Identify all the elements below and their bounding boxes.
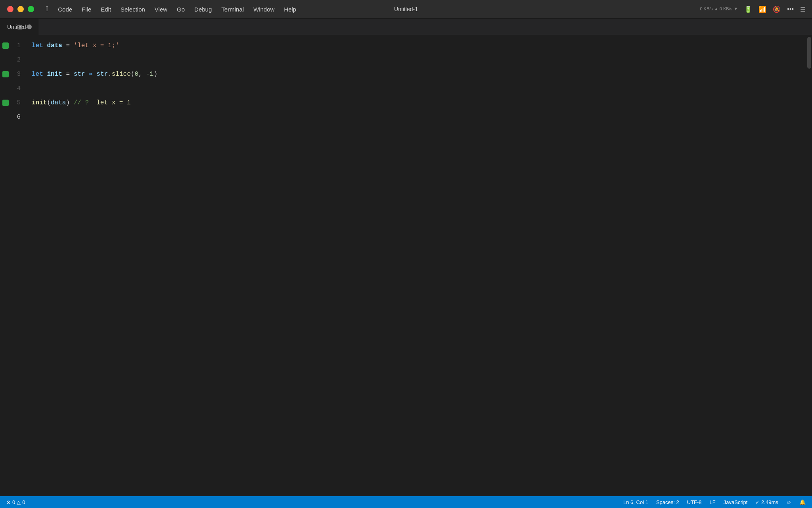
editor-container: Untitled-1 ⊞ 1 2 3 <box>0 19 812 496</box>
code-line-5: init(data) // ? let x = 1 <box>24 96 806 110</box>
gutter-line-5: 5 <box>0 96 22 110</box>
menu-selection[interactable]: Selection <box>117 4 149 14</box>
code-editor[interactable]: let data = 'let x = 1;' let init = str ⇒… <box>24 35 806 496</box>
network-info: 0 KB/s ▲ 0 KB/s ▼ <box>700 6 738 12</box>
scrollbar-thumb[interactable] <box>807 37 811 69</box>
menu-file[interactable]: File <box>78 4 95 14</box>
error-count[interactable]: ⊗ 0 △ 0 <box>6 499 25 505</box>
split-editor-icon[interactable]: ⊞ <box>17 23 22 31</box>
menu-window[interactable]: Window <box>249 4 278 14</box>
window-title: Untitled-1 <box>394 6 418 12</box>
breakpoint-5[interactable] <box>2 100 9 106</box>
menu-edit[interactable]: Edit <box>97 4 115 14</box>
editor-main[interactable]: 1 2 3 4 5 6 <box>0 35 812 496</box>
cursor-position[interactable]: Ln 6, Col 1 <box>623 499 648 505</box>
indentation[interactable]: Spaces: 2 <box>656 499 679 505</box>
apple-menu[interactable]:  <box>42 4 52 15</box>
line-numbers-gutter: 1 2 3 4 5 6 <box>0 35 24 496</box>
minimize-button[interactable] <box>17 6 24 12</box>
gutter-line-4: 4 <box>0 81 22 96</box>
code-line-3: let init = str ⇒ str.slice(0, -1) <box>24 67 806 81</box>
editor-tab[interactable]: Untitled-1 ⊞ <box>0 19 38 35</box>
tab-icons: ⊞ <box>17 23 32 31</box>
notification-icon: 🔕 <box>773 6 781 13</box>
language-mode[interactable]: JavaScript <box>724 499 748 505</box>
menu-bar:  Code File Edit Selection View Go Debug… <box>42 4 300 15</box>
gutter-line-3: 3 <box>0 67 22 81</box>
battery-icon: 🔋 <box>744 6 752 13</box>
error-icon: ⊗ <box>6 499 11 505</box>
code-line-1: let data = 'let x = 1;' <box>24 38 806 53</box>
editor-scrollbar[interactable] <box>806 35 812 496</box>
tab-bar: Untitled-1 ⊞ <box>0 19 812 35</box>
line-num-4: 4 <box>11 81 21 96</box>
line-num-5: 5 <box>11 96 21 110</box>
warning-icon: △ <box>17 499 21 505</box>
line-num-2: 2 <box>11 53 21 67</box>
code-line-2 <box>24 53 806 67</box>
status-right: Ln 6, Col 1 Spaces: 2 UTF-8 LF JavaScrip… <box>623 499 806 505</box>
bell-icon[interactable]: 🔔 <box>799 499 806 505</box>
list-icon: ☰ <box>800 6 806 13</box>
titlebar:  Code File Edit Selection View Go Debug… <box>0 0 812 19</box>
menu-go[interactable]: Go <box>173 4 189 14</box>
menu-terminal[interactable]: Terminal <box>217 4 248 14</box>
menu-code[interactable]: Code <box>54 4 76 14</box>
gutter-line-2: 2 <box>0 53 22 67</box>
code-line-6 <box>24 110 806 124</box>
close-button[interactable] <box>7 6 13 12</box>
status-bar: ⊗ 0 △ 0 Ln 6, Col 1 Spaces: 2 UTF-8 LF J… <box>0 496 812 508</box>
code-line-4 <box>24 81 806 96</box>
line-num-6: 6 <box>11 110 21 124</box>
encoding[interactable]: UTF-8 <box>687 499 702 505</box>
menu-help[interactable]: Help <box>280 4 300 14</box>
breakpoint-3[interactable] <box>2 71 9 77</box>
traffic-lights <box>0 6 34 12</box>
status-left: ⊗ 0 △ 0 <box>6 499 25 505</box>
smiley-icon[interactable]: ☺ <box>786 499 791 505</box>
maximize-button[interactable] <box>28 6 34 12</box>
menu-debug[interactable]: Debug <box>190 4 216 14</box>
menu-extras-icon: ••• <box>787 6 794 13</box>
titlebar-right: 0 KB/s ▲ 0 KB/s ▼ 🔋 📶 🔕 ••• ☰ <box>700 6 806 13</box>
gutter-line-1: 1 <box>0 38 22 53</box>
menu-view[interactable]: View <box>151 4 171 14</box>
breakpoint-1[interactable] <box>2 42 9 49</box>
error-num: 0 <box>12 499 15 505</box>
timing: ✓ 2.49ms <box>755 499 778 505</box>
eol[interactable]: LF <box>710 499 716 505</box>
gutter-line-6: 6 <box>0 110 22 124</box>
line-num-3: 3 <box>11 67 21 81</box>
wifi-icon: 📶 <box>758 6 766 13</box>
warning-num: 0 <box>22 499 25 505</box>
unsaved-indicator <box>27 25 32 29</box>
line-num-1: 1 <box>11 38 21 53</box>
